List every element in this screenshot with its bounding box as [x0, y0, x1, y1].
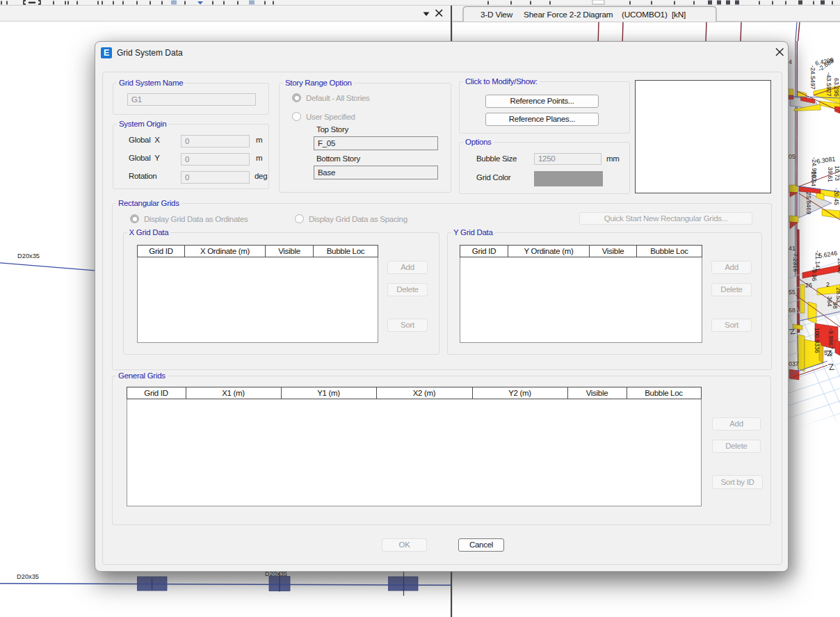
- svg-text:10.73: 10.73: [834, 166, 840, 181]
- svg-text:28.53: 28.53: [835, 287, 840, 303]
- svg-text:037: 037: [789, 360, 799, 367]
- svg-text:-43.5927: -43.5927: [825, 72, 832, 97]
- svg-text:3-D View: 3-D View: [480, 10, 513, 19]
- svg-text:7.2316: 7.2316: [792, 253, 799, 272]
- svg-text:2: 2: [826, 281, 830, 288]
- svg-text:55: 55: [789, 289, 795, 296]
- svg-text:Shear Force 2-2 Diagram: Shear Force 2-2 Diagram: [524, 10, 613, 19]
- svg-text:39.61: 39.61: [827, 167, 834, 182]
- svg-text:68: 68: [789, 307, 795, 314]
- svg-text:-9.9867: -9.9867: [827, 328, 834, 349]
- svg-text:(UCOMBO1): (UCOMBO1): [622, 10, 668, 19]
- svg-text:-24.5497: -24.5497: [809, 65, 816, 90]
- svg-text:98: 98: [832, 302, 839, 309]
- svg-text:D20x35: D20x35: [17, 573, 39, 580]
- svg-text:4: 4: [789, 58, 792, 65]
- svg-text:D20x35: D20x35: [17, 253, 40, 259]
- svg-text:25.8469: 25.8469: [805, 192, 812, 214]
- svg-text:41: 41: [789, 245, 795, 252]
- svg-text:63.295: 63.295: [833, 78, 840, 97]
- svg-text:26: 26: [805, 282, 812, 289]
- svg-text:[kN]: [kN]: [672, 10, 686, 19]
- svg-text:5.5: 5.5: [824, 349, 832, 356]
- svg-text:-9.96: -9.96: [811, 267, 818, 281]
- svg-text:18.54: 18.54: [810, 171, 817, 186]
- svg-text:05: 05: [789, 153, 795, 160]
- svg-text:6.3081: 6.3081: [816, 155, 836, 165]
- svg-text:26.40: 26.40: [837, 258, 840, 273]
- svg-text:-20.45: -20.45: [833, 188, 840, 205]
- svg-text:100.9336: 100.9336: [814, 328, 821, 353]
